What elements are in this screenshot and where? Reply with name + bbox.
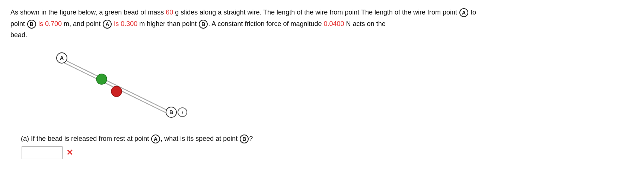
- answer-input[interactable]: [22, 146, 63, 159]
- answer-row: ✕: [22, 146, 634, 159]
- part-a-question: (a) If the bead is released from rest at…: [21, 132, 634, 145]
- line2-unit: N acts on the: [344, 20, 386, 27]
- svg-text:A: A: [60, 55, 64, 61]
- line2-end: m higher than point: [137, 20, 198, 27]
- problem-line1: As shown in the figure below, a green be…: [10, 7, 634, 18]
- mass-unit: g slides along a straight wire. The leng…: [173, 9, 361, 16]
- svg-text:B: B: [169, 109, 173, 115]
- diagram-container: A B i: [40, 48, 204, 126]
- to-text: to: [469, 9, 476, 16]
- line2-mid: m, and point: [62, 20, 102, 27]
- part-a: (a) If the bead is released from rest at…: [21, 132, 634, 159]
- line2-start: point: [10, 20, 27, 27]
- problem-text: As shown in the figure below, a green be…: [10, 7, 634, 41]
- diagram-svg: A B i: [40, 48, 204, 126]
- line3-text: bead.: [10, 31, 27, 39]
- line2-friction: . A constant friction force of magnitude: [208, 20, 323, 27]
- part-a-q: ?: [249, 135, 253, 142]
- point-a-circle-1: A: [459, 8, 468, 17]
- length-value: 0.700: [45, 20, 62, 27]
- friction-value: 0.0400: [324, 20, 344, 27]
- problem-line3: bead.: [10, 29, 634, 41]
- problem-line2: point B is 0.700 m, and point A is 0.300…: [10, 18, 634, 30]
- line2-is2: is: [112, 20, 121, 27]
- svg-text:i: i: [182, 110, 183, 115]
- svg-point-5: [111, 86, 122, 97]
- part-a-middle: , what is its speed at point: [160, 135, 239, 142]
- point-a-circle-2: A: [103, 20, 112, 29]
- svg-line-0: [64, 59, 170, 111]
- wire-text: The length of the wire from point: [361, 9, 459, 16]
- x-mark-icon: ✕: [66, 149, 73, 157]
- part-a-point-b: B: [240, 135, 249, 143]
- mass-value: 60: [166, 9, 173, 16]
- point-b-circle-2: B: [199, 20, 208, 29]
- line2-is: is: [36, 20, 45, 27]
- point-b-circle-1: B: [27, 20, 36, 29]
- part-a-text: (a) If the bead is released from rest at…: [21, 135, 151, 142]
- part-a-point-a: A: [151, 135, 160, 143]
- height-value: 0.300: [121, 20, 137, 27]
- intro-text: As shown in the figure below, a green be…: [10, 9, 166, 16]
- svg-point-4: [96, 74, 107, 84]
